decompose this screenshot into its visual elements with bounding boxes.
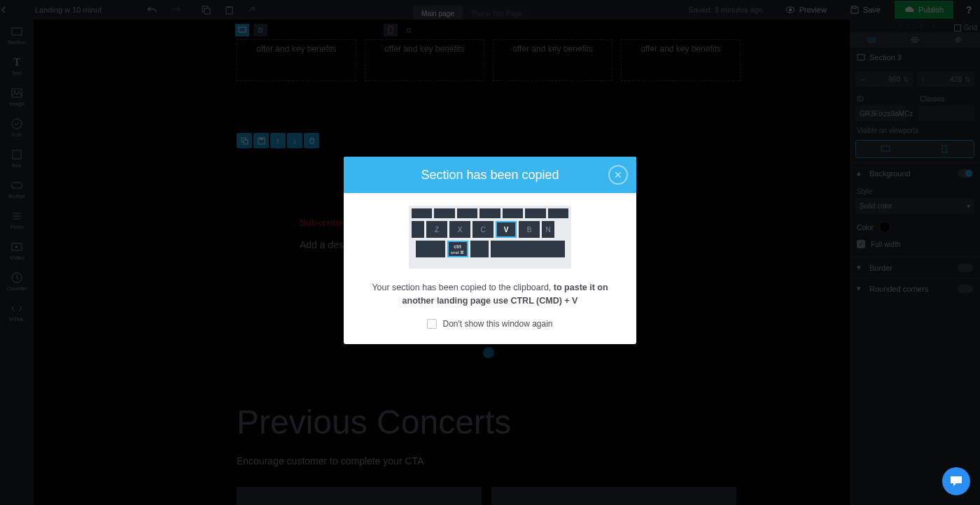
chat-icon bbox=[949, 475, 963, 488]
ctrl-key-icon: ctrlcmd ⌘ bbox=[447, 241, 468, 257]
chat-support-button[interactable] bbox=[942, 467, 970, 495]
v-key-icon: V bbox=[496, 221, 517, 238]
modal-header: Section has been copied ✕ bbox=[344, 157, 636, 193]
dont-show-again-checkbox[interactable]: Don't show this window again bbox=[360, 319, 620, 329]
modal-instruction-text: Your section has been copied to the clip… bbox=[360, 281, 620, 308]
copy-confirmation-modal: Section has been copied ✕ Z X C V B N ct… bbox=[344, 157, 636, 344]
keyboard-illustration: Z X C V B N ctrlcmd ⌘ bbox=[409, 206, 571, 269]
modal-title: Section has been copied bbox=[421, 168, 559, 183]
modal-body: Z X C V B N ctrlcmd ⌘ Your section has b… bbox=[344, 193, 636, 344]
modal-close-button[interactable]: ✕ bbox=[608, 165, 628, 185]
checkbox-icon bbox=[427, 319, 437, 329]
